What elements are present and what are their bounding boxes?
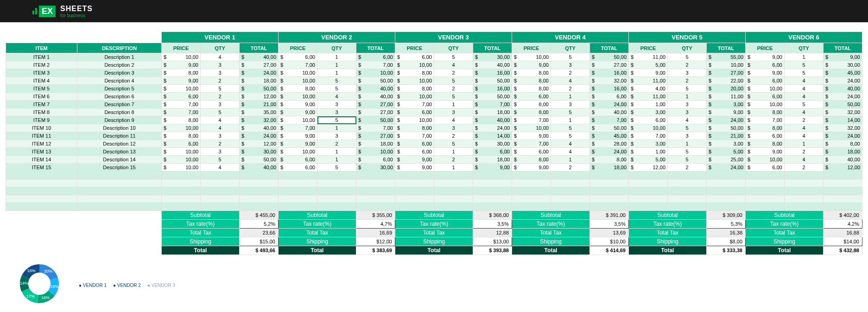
total-cell[interactable]: $12,00 [240,93,279,101]
item-cell[interactable]: ITEM 4 [6,77,77,85]
price-cell[interactable]: $8,00 [512,156,551,164]
price-cell[interactable]: $6,00 [512,148,551,156]
qty-cell[interactable]: 2 [785,116,824,124]
total-cell[interactable]: $24,00 [590,148,629,156]
qty-cell[interactable]: 3 [317,132,356,140]
price-cell[interactable]: $7,00 [746,116,785,124]
price-cell[interactable]: $9,00 [162,77,201,85]
desc-cell[interactable]: Description 14 [77,156,162,164]
total-cell[interactable]: $24,00 [590,101,629,108]
summary-totaltax-value-5[interactable]: 16,38 [707,229,746,237]
price-cell[interactable]: $10,00 [162,156,201,164]
price-cell[interactable]: $7,00 [279,124,317,132]
price-cell[interactable]: $9,00 [512,61,551,69]
desc-cell[interactable]: Description 15 [77,164,162,172]
price-cell[interactable]: $10,00 [279,116,317,124]
desc-cell[interactable]: Description 2 [77,61,162,69]
total-cell[interactable]: $3,00 [707,101,746,108]
price-cell[interactable]: $6,00 [279,53,317,61]
total-cell[interactable]: $27,00 [240,61,279,69]
total-cell[interactable]: $20,00 [707,85,746,93]
total-cell[interactable]: $6,00 [590,93,629,101]
price-cell[interactable]: $10,00 [629,124,668,132]
summary-totaltax-value-3[interactable]: 12,88 [473,229,512,237]
summary-taxrate-value-1[interactable]: 5,2% [240,220,279,229]
qty-cell[interactable]: 3 [317,108,356,116]
total-cell[interactable]: $18,00 [240,77,279,85]
price-cell[interactable]: $5,00 [629,156,668,164]
total-cell[interactable]: $50,00 [473,77,512,85]
price-cell[interactable]: $5,00 [629,61,668,69]
qty-cell[interactable]: 3 [434,108,473,116]
price-cell[interactable]: $9,00 [746,53,785,61]
price-cell[interactable]: $10,00 [512,53,551,61]
qty-cell[interactable]: 5 [434,140,473,148]
total-cell[interactable]: $40,00 [590,108,629,116]
qty-cell[interactable]: 1 [668,140,707,148]
qty-cell[interactable]: 3 [668,69,707,77]
total-cell[interactable]: $9,00 [824,53,862,61]
price-cell[interactable]: $10,00 [279,148,317,156]
total-cell[interactable]: $18,00 [473,108,512,116]
price-cell[interactable]: $6,00 [395,53,434,61]
qty-cell[interactable]: 5 [785,61,824,69]
total-cell[interactable]: $40,00 [824,156,862,164]
total-cell[interactable]: $22,00 [707,77,746,85]
price-cell[interactable]: $9,00 [629,69,668,77]
summary-totaltax-value-2[interactable]: 16,69 [356,229,395,237]
price-cell[interactable]: $11,00 [629,77,668,85]
total-cell[interactable]: $28,00 [590,140,629,148]
price-cell[interactable]: $4,00 [629,85,668,93]
total-cell[interactable]: $8,00 [590,156,629,164]
qty-cell[interactable]: 1 [317,53,356,61]
total-cell[interactable]: $16,00 [590,85,629,93]
empty-row[interactable] [6,187,862,195]
price-cell[interactable]: $10,00 [162,124,201,132]
qty-cell[interactable]: 5 [551,132,590,140]
price-cell[interactable]: $7,00 [395,132,434,140]
total-cell[interactable]: $45,00 [590,132,629,140]
total-cell[interactable]: $9,00 [473,164,512,172]
price-cell[interactable]: $9,00 [746,69,785,77]
total-cell[interactable]: $32,00 [824,124,862,132]
total-cell[interactable]: $30,00 [473,53,512,61]
qty-cell[interactable]: 2 [551,85,590,93]
price-cell[interactable]: $7,00 [512,140,551,148]
qty-cell[interactable]: 5 [551,124,590,132]
item-cell[interactable]: ITEM 10 [6,124,77,132]
total-cell[interactable]: $6,00 [356,156,395,164]
total-cell[interactable]: $14,00 [824,116,862,124]
price-cell[interactable]: $6,00 [629,116,668,124]
empty-row[interactable] [6,203,862,211]
summary-subtotal-value-4[interactable]: $ 391,00 [590,211,629,220]
qty-cell[interactable]: 2 [668,164,707,172]
price-cell[interactable]: $6,00 [746,61,785,69]
price-cell[interactable]: $9,00 [395,156,434,164]
qty-cell[interactable]: 2 [551,164,590,172]
total-cell[interactable]: $24,00 [707,164,746,172]
total-cell[interactable]: $6,00 [356,53,395,61]
desc-cell[interactable]: Description 10 [77,124,162,132]
total-cell[interactable]: $50,00 [824,101,862,108]
qty-cell[interactable]: 2 [201,77,240,85]
total-cell[interactable]: $18,00 [590,164,629,172]
qty-cell[interactable]: 1 [551,116,590,124]
qty-cell[interactable]: 2 [434,85,473,93]
qty-cell[interactable]: 1 [785,140,824,148]
qty-cell[interactable]: 2 [434,69,473,77]
qty-cell[interactable]: 3 [201,69,240,77]
item-cell[interactable]: ITEM 1 [6,53,77,61]
qty-cell[interactable]: 1 [551,156,590,164]
price-cell[interactable]: $6,00 [162,140,201,148]
price-cell[interactable]: $10,00 [162,85,201,93]
total-cell[interactable]: $16,00 [473,85,512,93]
price-cell[interactable]: $9,00 [162,61,201,69]
qty-cell[interactable]: 5 [434,53,473,61]
price-cell[interactable]: $9,00 [279,108,317,116]
price-cell[interactable]: $10,00 [162,148,201,156]
total-cell[interactable]: $40,00 [240,53,279,61]
desc-cell[interactable]: Description 3 [77,69,162,77]
price-cell[interactable]: $1,00 [629,101,668,108]
price-cell[interactable]: $6,00 [746,132,785,140]
qty-cell[interactable]: 3 [668,132,707,140]
